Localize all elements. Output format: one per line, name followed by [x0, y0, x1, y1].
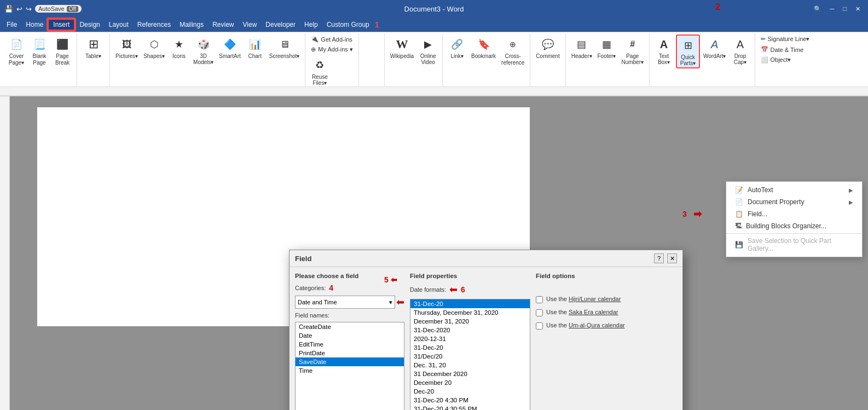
menu-bar: File Home Insert Design Layout Reference…	[0, 18, 868, 32]
date-format-item-2[interactable]: December 31, 2020	[410, 317, 530, 326]
search-button[interactable]: 🔍	[811, 4, 825, 14]
categories-value: Date and Time	[298, 299, 337, 305]
menu-layout[interactable]: Layout	[105, 20, 133, 30]
quick-parts-icon: ⊞	[679, 37, 697, 54]
smartart-button[interactable]: 🔷 SmartArt	[217, 34, 242, 60]
my-addins-button[interactable]: ⊕ My Add-ins ▾	[309, 45, 355, 54]
date-format-item-8[interactable]: 31 December 2020	[410, 369, 530, 378]
date-time-button[interactable]: 📅 Date & Time	[759, 45, 806, 54]
dropdown-separator	[726, 233, 862, 234]
page-break-button[interactable]: ⬛ PageBreak	[51, 34, 73, 67]
drop-cap-button[interactable]: A DropCap▾	[730, 34, 751, 66]
menu-help[interactable]: Help	[300, 20, 322, 30]
table-icon: ⊞	[85, 36, 102, 53]
date-format-item-6[interactable]: 31/Dec/20	[410, 352, 530, 361]
header-button[interactable]: ▤ Header▾	[569, 34, 594, 60]
signature-line-button[interactable]: ✏ Signature Line▾	[759, 34, 812, 44]
date-format-item-9[interactable]: December 20	[410, 378, 530, 387]
menu-view[interactable]: View	[239, 20, 262, 30]
my-addins-icon: ⊕	[311, 46, 316, 53]
text-box-button[interactable]: A TextBox▾	[653, 34, 675, 66]
hijri-checkbox[interactable]	[536, 296, 543, 303]
umm-checkbox[interactable]	[536, 322, 543, 330]
cross-reference-button[interactable]: ⊕ Cross-reference	[499, 34, 526, 67]
field-item[interactable]: 📋 Field... ➡ 3	[726, 208, 862, 220]
dialog-help-button[interactable]: ?	[654, 253, 664, 263]
blank-page-button[interactable]: 📃 BlankPage	[28, 34, 50, 67]
screenshot-button[interactable]: 🖥 Screenshot▾	[267, 34, 302, 60]
bookmark-button[interactable]: 🔖 Bookmark	[469, 34, 498, 60]
menu-review[interactable]: Review	[208, 20, 238, 30]
get-addins-button[interactable]: 🔌 Get Add-ins	[309, 34, 354, 44]
minimize-button[interactable]: ─	[827, 4, 838, 13]
shapes-icon: ⬡	[146, 36, 163, 53]
quick-parts-button[interactable]: ⊞ QuickParts▾	[676, 34, 700, 68]
footer-button[interactable]: ▦ Footer▾	[595, 34, 618, 60]
dialog-col-field-names: Please choose a field Categories: 4 Date…	[295, 273, 404, 410]
reuse-files-button[interactable]: ♻ ReuseFiles▾	[309, 55, 331, 87]
date-formats-list[interactable]: 31-Dec-20Thursday, December 31, 2020Dece…	[410, 299, 530, 410]
undo-icon[interactable]: ↩	[16, 5, 22, 13]
menu-home[interactable]: Home	[21, 20, 48, 30]
icons-button[interactable]: ★ Icons	[168, 34, 190, 60]
field-name-item-edittime[interactable]: EditTime	[296, 340, 404, 349]
date-format-item-7[interactable]: Dec. 31, 20	[410, 361, 530, 369]
menu-mailings[interactable]: Mailings	[175, 20, 208, 30]
date-format-item-11[interactable]: 31-Dec-20 4:30 PM	[410, 396, 530, 405]
pictures-icon: 🖼	[118, 36, 136, 53]
date-format-item-4[interactable]: 2020-12-31	[410, 334, 530, 343]
field-name-item-time[interactable]: Time	[296, 366, 404, 375]
object-button[interactable]: ⬜ Object▾	[759, 55, 794, 65]
annotation-3-arrow: ➡	[693, 208, 702, 220]
save-icon[interactable]: 💾	[4, 5, 13, 13]
building-blocks-item[interactable]: 🏗 Building Blocks Organizer...	[726, 220, 862, 232]
save-selection-item[interactable]: 💾 Save Selection to Quick Part Gallery..…	[726, 235, 862, 255]
menu-developer[interactable]: Developer	[261, 20, 300, 30]
chart-button[interactable]: 📊 Chart	[244, 34, 266, 60]
menu-design[interactable]: Design	[75, 20, 104, 30]
date-format-item-3[interactable]: 31-Dec-2020	[410, 326, 530, 334]
redo-icon[interactable]: ↪	[26, 5, 32, 13]
date-formats-label: Date formats:	[410, 286, 446, 293]
page-number-icon: #	[624, 36, 641, 53]
doc-area-wrapper: 📝 AutoText ▶ 📄 Document Property ▶ 📋 Fie…	[0, 96, 868, 410]
date-format-item-0[interactable]: 31-Dec-20	[410, 299, 530, 308]
table-button[interactable]: ⊞ Table▾	[83, 34, 105, 60]
page-number-button[interactable]: # PageNumber▾	[619, 34, 646, 66]
cover-page-button[interactable]: 📄 CoverPage▾	[5, 34, 27, 67]
dialog-close-button[interactable]: ✕	[667, 253, 677, 263]
field-name-item-savedate[interactable]: SaveDate	[296, 357, 404, 366]
date-format-item-5[interactable]: 31-Dec-20	[410, 343, 530, 352]
close-button[interactable]: ✕	[852, 4, 864, 14]
date-format-item-10[interactable]: Dec-20	[410, 387, 530, 396]
table-label: Table▾	[85, 53, 101, 59]
autotext-item[interactable]: 📝 AutoText ▶	[726, 184, 862, 196]
wikipedia-button[interactable]: W Wikipedia	[388, 34, 416, 60]
date-format-item-1[interactable]: Thursday, December 31, 2020	[410, 308, 530, 317]
document-property-item[interactable]: 📄 Document Property ▶	[726, 196, 862, 208]
please-choose-title: Please choose a field	[295, 273, 404, 279]
field-name-item-createdate[interactable]: CreateDate	[296, 322, 404, 331]
categories-select[interactable]: Date and Time ▾	[295, 296, 395, 309]
menu-file[interactable]: File	[2, 20, 21, 30]
title-bar-left: 💾 ↩ ↪ AutoSave Off	[4, 5, 82, 13]
field-name-item-printdate[interactable]: PrintDate	[296, 349, 404, 357]
link-button[interactable]: 🔗 Link▾	[446, 34, 468, 60]
saka-checkbox[interactable]	[536, 309, 543, 316]
wordart-icon: A	[706, 36, 724, 53]
menu-custom-group[interactable]: Custom Group	[322, 20, 374, 30]
autosave-toggle[interactable]: AutoSave Off	[35, 5, 82, 13]
shapes-button[interactable]: ⬡ Shapes▾	[141, 34, 167, 60]
menu-insert[interactable]: Insert	[48, 19, 75, 31]
building-blocks-label: Building Blocks Organizer...	[746, 222, 826, 230]
3d-models-button[interactable]: 🎲 3DModels▾	[191, 34, 216, 66]
field-name-item-date[interactable]: Date	[296, 331, 404, 340]
comment-button[interactable]: 💬 Comment	[534, 34, 562, 60]
wordart-button[interactable]: A WordArt▾	[701, 34, 728, 60]
field-names-list[interactable]: CreateDateDateEditTimePrintDateSaveDateT…	[295, 322, 404, 410]
date-format-item-12[interactable]: 31-Dec-20 4:30:55 PM	[410, 405, 530, 410]
pictures-button[interactable]: 🖼 Pictures▾	[113, 34, 140, 60]
menu-references[interactable]: References	[133, 20, 175, 30]
maximize-button[interactable]: □	[840, 4, 850, 13]
online-video-button[interactable]: ▶ OnlineVideo	[417, 34, 439, 66]
